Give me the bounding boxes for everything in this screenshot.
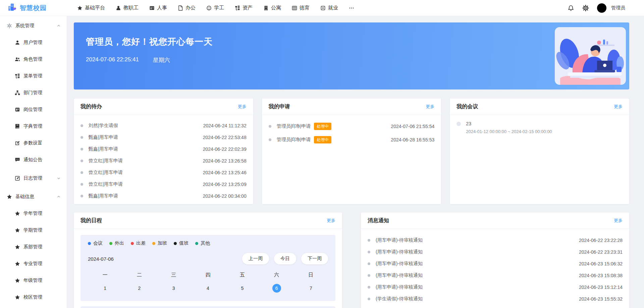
date-cell[interactable]: 1 [88, 284, 122, 293]
sidebar-section-basic-info[interactable]: 基础信息 [0, 188, 67, 205]
date-cell[interactable]: 5 [225, 284, 259, 293]
message-more-link[interactable]: 更多 [614, 218, 623, 224]
gear-icon[interactable] [582, 5, 589, 11]
sidebar-item-campus-management[interactable]: 校区管理 [0, 289, 67, 306]
user-avatar[interactable] [597, 3, 606, 13]
sidebar-item-menu-management[interactable]: 菜单管理 [0, 68, 67, 84]
list-item[interactable]: 管理员|印制申请处理中2024-07-06 21:55:54 [269, 120, 435, 133]
sidebar-label: 字典管理 [23, 123, 42, 129]
list-item[interactable]: (用车申请)-待审核通知2024-06-23 15:08:38 [368, 269, 623, 281]
item-time: 2024-06-22 22:02:39 [203, 146, 247, 152]
next-week-button[interactable]: 下一周 [301, 253, 328, 264]
bullet-icon [80, 124, 83, 127]
todo-more-link[interactable]: 更多 [238, 104, 247, 110]
sidebar-item-department-management[interactable]: 部门管理 [0, 84, 67, 101]
legend-item: 其他 [195, 240, 210, 246]
list-item[interactable]: (用车申请)-待审核通知2024-06-23 15:12:14 [368, 281, 623, 293]
sidebar-item-parameter-settings[interactable]: 参数设置 [0, 135, 67, 151]
nav-item-base-platform[interactable]: 基础平台 [77, 0, 105, 16]
list-item[interactable]: (用车申请)-待审核通知2024-06-23 15:06:32 [368, 258, 623, 269]
list-item[interactable]: 刘然|学生请假2024-06-24 11:12:32 [80, 120, 247, 131]
legend-dot-meeting [88, 242, 91, 245]
sidebar-item-major-management[interactable]: 专业管理 [0, 255, 67, 272]
nav-item-more[interactable] [349, 0, 354, 16]
app-logo[interactable]: 智慧校园 [0, 3, 67, 13]
bullet-icon [269, 138, 271, 141]
bullet-icon [368, 262, 370, 265]
main-content: 管理员，您好！祝您开心每一天 2024-07-06 22:25:41 星期六 [67, 16, 644, 308]
gear-icon [7, 23, 12, 28]
schedule-card: 我的日程 更多 会议 外出 出差 加班 值班 其他 2024-07-06 上一周… [74, 212, 342, 308]
list-item[interactable]: 曾立红|用车申请2024-06-22 13:25:46 [80, 167, 247, 178]
nav-item-employment[interactable]: 就业 [320, 0, 338, 16]
list-item[interactable]: 曾立红|用车申请2024-06-22 13:26:58 [80, 155, 247, 167]
card-title: 消息通知 [368, 217, 389, 224]
card-title: 我的日程 [80, 217, 102, 224]
message-card: 消息通知 更多 (用车申请)-待审核通知2024-06-22 23:22:28 … [361, 212, 629, 308]
item-label: (用车申请)-待审核通知 [376, 237, 423, 243]
list-item[interactable]: (学生请假)-待审核通知2024-06-23 15:57:44 [368, 305, 623, 308]
item-label: 甄鑫|用车申请 [89, 146, 118, 152]
item-time: 2024-06-23 15:06:32 [579, 261, 623, 266]
nav-item-office[interactable]: 办公 [178, 0, 196, 16]
bullet-icon [80, 160, 83, 162]
date-cell[interactable]: 2 [122, 284, 156, 293]
list-item[interactable]: (用车申请)-待审核通知2024-06-22 23:23:31 [368, 246, 623, 258]
sidebar-item-role-management[interactable]: 角色管理 [0, 51, 67, 68]
nav-item-assets[interactable]: 资产 [235, 0, 253, 16]
current-weekday: 星期六 [153, 56, 170, 64]
list-item[interactable]: 甄鑫|用车申请2024-06-22 00:34:00 [80, 190, 247, 202]
sidebar-item-dictionary-management[interactable]: 字典管理 [0, 118, 67, 135]
sidebar-item-school-year-management[interactable]: 学年管理 [0, 205, 67, 222]
today-button[interactable]: 今日 [274, 253, 296, 264]
sidebar-section-system-management[interactable]: 系统管理 [0, 17, 67, 34]
card-title: 我的会议 [457, 103, 478, 110]
meeting-more-link[interactable]: 更多 [614, 104, 623, 110]
nav-item-apartment[interactable]: 公寓 [263, 0, 281, 16]
date-cell[interactable]: 4 [191, 284, 225, 293]
status-badge: 处理中 [314, 136, 331, 143]
student-face-icon [206, 5, 212, 11]
sidebar-item-user-management[interactable]: 用户管理 [0, 34, 67, 51]
meeting-title: 23 [466, 121, 552, 126]
bullet-icon [80, 195, 83, 197]
weekday-label: 四 [191, 272, 225, 278]
list-item[interactable]: 曾立红|用车申请2024-06-22 13:25:09 [80, 178, 247, 190]
sidebar-item-log-management[interactable]: 日志管理 [0, 170, 67, 187]
nav-item-student-affairs[interactable]: 学工 [206, 0, 224, 16]
list-item[interactable]: 甄鑫|用车申请2024-06-22 22:02:39 [80, 143, 247, 155]
nav-item-moral-education[interactable]: 德育 [292, 0, 310, 16]
list-item[interactable]: 管理员|印制申请处理中2024-06-28 16:55:53 [269, 133, 435, 146]
sidebar-item-notice-announcement[interactable]: 通知公告 [0, 151, 67, 168]
prev-week-button[interactable]: 上一周 [242, 253, 269, 264]
star-icon [77, 5, 83, 11]
top-nav: 智慧校园 基础平台 教职工 人事 办公 学工 资产 公寓 [0, 0, 644, 16]
grid-icon [292, 5, 297, 11]
nav-item-staff[interactable]: 教职工 [116, 0, 139, 16]
date-cell-active[interactable]: 6 [259, 284, 293, 293]
bell-icon[interactable] [568, 5, 574, 11]
top-nav-menu: 基础平台 教职工 人事 办公 学工 资产 公寓 德育 [77, 0, 354, 16]
legend-item: 值班 [174, 240, 189, 246]
list-item[interactable]: (用车申请)-待审核通知2024-06-22 23:22:28 [368, 234, 623, 246]
item-label: 管理员|印制申请 [277, 137, 311, 143]
sidebar-item-faculty-management[interactable]: 系部管理 [0, 239, 67, 255]
legend-dot-other [195, 242, 198, 245]
sidebar-item-semester-management[interactable]: 学期管理 [0, 222, 67, 239]
user-name[interactable]: 管理员 [611, 5, 625, 11]
sidebar-item-post-management[interactable]: 岗位管理 [0, 101, 67, 118]
date-cell[interactable]: 3 [157, 284, 191, 293]
bullet-icon [457, 122, 461, 126]
list-item[interactable]: 甄鑫|用车申请2024-06-22 22:53:48 [80, 131, 247, 143]
application-more-link[interactable]: 更多 [426, 104, 434, 110]
item-label: 甄鑫|用车申请 [89, 134, 118, 140]
list-item[interactable]: (学生请假)-待审核通知2024-06-23 15:55:32 [368, 293, 623, 305]
sidebar-label: 学年管理 [23, 210, 42, 217]
list-item[interactable]: 23 2024-01-12 00:00:00 ~ 2024-02-15 00:0… [457, 120, 623, 134]
weekday-label: 六 [259, 272, 293, 278]
schedule-more-link[interactable]: 更多 [327, 218, 335, 224]
nav-item-hr[interactable]: 人事 [149, 0, 167, 16]
date-cell[interactable]: 7 [294, 284, 328, 293]
work-icon [320, 5, 326, 11]
sidebar-item-grade-management[interactable]: 年级管理 [0, 272, 67, 289]
